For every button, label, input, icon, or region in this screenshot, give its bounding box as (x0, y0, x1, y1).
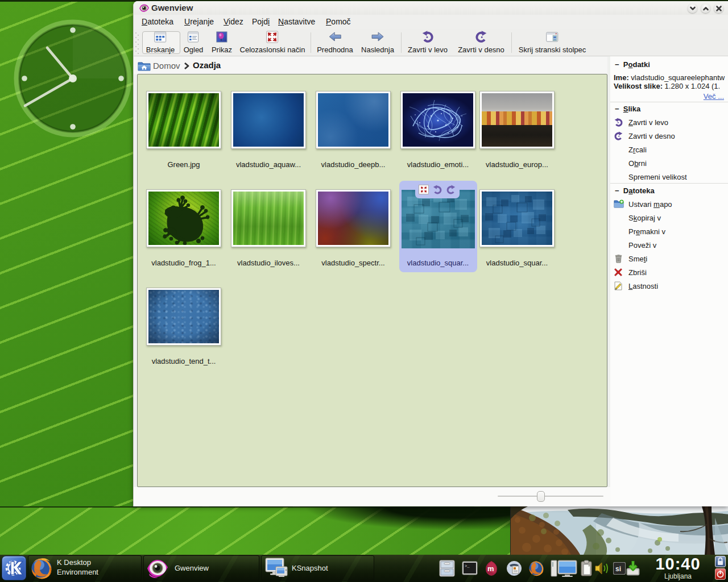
svg-text:>_: >_ (465, 564, 470, 568)
svg-text:si: si (615, 565, 621, 573)
svg-text:m: m (487, 564, 494, 573)
